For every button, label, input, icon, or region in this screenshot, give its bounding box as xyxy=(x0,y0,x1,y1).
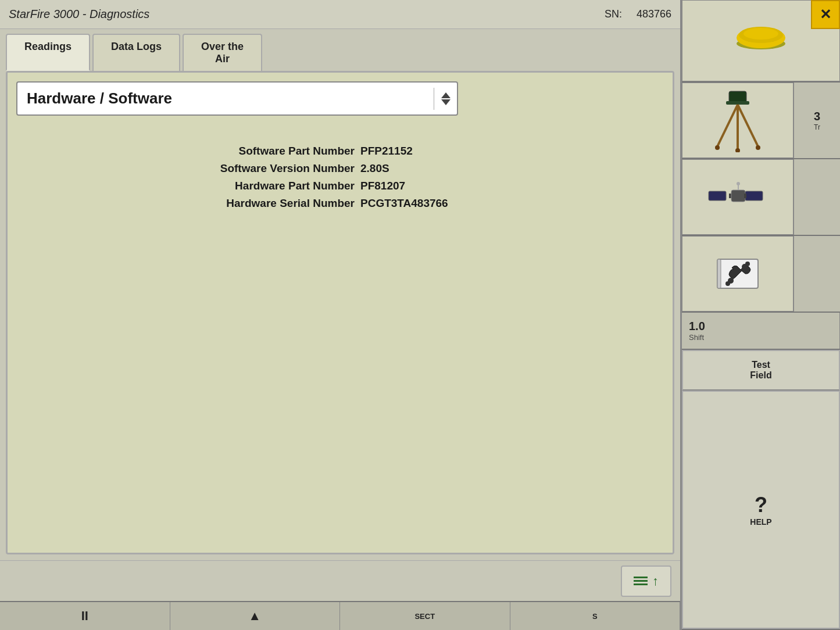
svg-line-8 xyxy=(717,105,738,146)
svg-line-10 xyxy=(738,105,758,146)
bb-item-sect[interactable]: SECT xyxy=(340,602,510,630)
hardware-serial-number-row: Hardware Serial Number PCGT3TA483766 xyxy=(51,197,629,210)
bb-item-up[interactable]: ▲ xyxy=(170,602,341,630)
dropdown-label: Hardware / Software xyxy=(17,83,434,114)
software-part-number-value: PFP21152 xyxy=(360,145,477,158)
field-label: Field xyxy=(692,370,830,381)
menu-line-2 xyxy=(634,580,648,582)
bottom-bar: II ▲ SECT S xyxy=(0,601,680,630)
tripod-number: 3 xyxy=(814,110,820,123)
svg-point-11 xyxy=(715,145,720,150)
main-area: StarFire 3000 - Diagnostics SN: 483766 R… xyxy=(0,0,680,630)
help-section: ? HELP xyxy=(682,391,840,630)
svg-rect-14 xyxy=(709,191,726,201)
svg-rect-7 xyxy=(726,101,749,105)
menu-button[interactable]: ↑ xyxy=(621,565,671,597)
svg-point-20 xyxy=(737,182,740,185)
svg-rect-15 xyxy=(729,194,731,198)
arrow-up-icon xyxy=(441,92,451,98)
satellite-info xyxy=(793,159,840,235)
menu-lines-icon xyxy=(634,577,648,585)
gps-dome-icon xyxy=(732,12,790,70)
manual-panel xyxy=(682,236,840,313)
software-version-number-label: Software Version Number xyxy=(203,162,355,175)
tab-overtheair[interactable]: Over the Air xyxy=(183,34,262,71)
svg-rect-22 xyxy=(717,259,721,288)
svg-rect-18 xyxy=(744,194,746,198)
top-bar: StarFire 3000 - Diagnostics SN: 483766 xyxy=(0,0,680,29)
satellite-image xyxy=(682,159,793,235)
bottom-toolbar: ↑ xyxy=(0,560,680,601)
hardware-part-number-value: PF81207 xyxy=(360,180,477,192)
hardware-serial-number-label: Hardware Serial Number xyxy=(203,197,355,210)
tab-readings[interactable]: Readings xyxy=(6,34,90,71)
shift-value: 1.0 xyxy=(689,320,832,333)
test-field-button[interactable]: Test Field xyxy=(682,350,840,391)
manual-image xyxy=(682,236,793,312)
software-version-number-row: Software Version Number 2.80S xyxy=(51,162,629,175)
dropdown-arrow[interactable] xyxy=(434,88,457,110)
help-label: HELP xyxy=(750,517,771,527)
satellite-panel xyxy=(682,159,840,236)
manual-icon xyxy=(712,253,764,294)
software-part-number-label: Software Part Number xyxy=(203,145,355,158)
svg-point-25 xyxy=(725,281,730,286)
hardware-serial-number-value: PCGT3TA483766 xyxy=(360,197,477,210)
s-label: S xyxy=(592,612,598,621)
shift-value-cell: 1.0 Shift xyxy=(682,313,840,349)
tripod-icon xyxy=(712,88,764,152)
satellite-icon xyxy=(706,180,770,214)
software-part-number-row: Software Part Number PFP21152 xyxy=(51,145,629,158)
tripod-info: 3 Tr xyxy=(793,83,840,158)
svg-point-12 xyxy=(735,148,740,152)
arrow-down-icon xyxy=(441,99,451,105)
menu-line-3 xyxy=(634,584,648,585)
data-section: Software Part Number PFP21152 Software V… xyxy=(16,133,664,221)
svg-point-13 xyxy=(756,145,760,150)
content-panel: Hardware / Software Software Part Number… xyxy=(6,71,674,554)
tabs-bar: Readings Data Logs Over the Air xyxy=(0,29,680,71)
svg-point-27 xyxy=(745,262,750,266)
close-icon: ✕ xyxy=(820,6,831,23)
tripod-panel: 3 Tr xyxy=(682,83,840,159)
serial-number: SN: 483766 xyxy=(605,8,671,20)
up-arrow-icon: ▲ xyxy=(248,608,261,624)
menu-line-1 xyxy=(634,577,648,578)
hardware-part-number-label: Hardware Part Number xyxy=(203,180,355,192)
menu-icon-symbol: ↑ xyxy=(652,574,659,589)
tripod-image xyxy=(682,83,793,158)
category-dropdown[interactable]: Hardware / Software xyxy=(16,81,458,116)
shift-label: Shift xyxy=(689,333,832,342)
svg-point-5 xyxy=(744,28,778,40)
test-label: Test xyxy=(692,360,830,370)
software-version-number-value: 2.80S xyxy=(360,162,477,175)
close-button[interactable]: ✕ xyxy=(811,0,840,29)
tripod-label: Tr xyxy=(814,123,820,131)
help-button[interactable]: ? HELP xyxy=(682,391,840,629)
app-title: StarFire 3000 - Diagnostics xyxy=(9,8,149,21)
hardware-part-number-row: Hardware Part Number PF81207 xyxy=(51,180,629,192)
sect-label: SECT xyxy=(414,612,435,621)
help-question-icon: ? xyxy=(755,493,767,517)
tab-datalogs[interactable]: Data Logs xyxy=(92,34,180,71)
shift-panel: 1.0 Shift xyxy=(682,313,840,350)
bb-item-s[interactable]: S xyxy=(510,602,681,630)
parallel-icon: II xyxy=(81,608,88,624)
bb-item-parallel[interactable]: II xyxy=(0,602,170,630)
right-sidebar: ✕ 3 Tr xyxy=(680,0,840,630)
svg-rect-17 xyxy=(745,191,763,201)
manual-info xyxy=(793,236,840,312)
svg-rect-16 xyxy=(731,190,745,202)
